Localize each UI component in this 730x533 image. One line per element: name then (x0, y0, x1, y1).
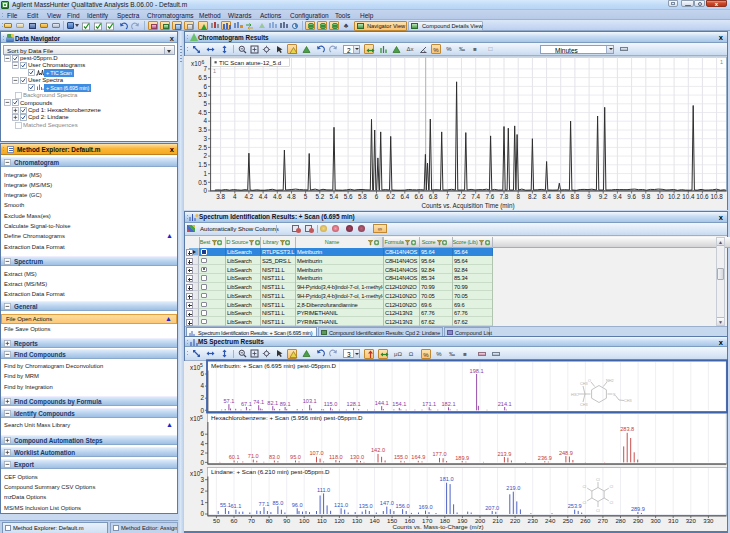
svg-text:71.0: 71.0 (248, 453, 259, 459)
svg-text:144.1: 144.1 (375, 400, 389, 406)
svg-text:310: 310 (668, 517, 679, 524)
svg-text:155.0: 155.0 (394, 454, 408, 460)
svg-text:100: 100 (299, 517, 310, 524)
svg-text:118.0: 118.0 (329, 454, 343, 460)
svg-text:0: 0 (200, 510, 204, 517)
svg-text:80: 80 (266, 517, 273, 524)
svg-text:6: 6 (200, 370, 204, 377)
svg-text:219.0: 219.0 (506, 485, 520, 491)
svg-text:128.1: 128.1 (347, 401, 361, 407)
svg-text:107.0: 107.0 (310, 450, 324, 456)
svg-text:320: 320 (686, 517, 697, 524)
svg-text:Cl: Cl (609, 501, 613, 505)
svg-text:260: 260 (580, 517, 591, 524)
svg-text:4: 4 (200, 440, 204, 447)
svg-text:236.9: 236.9 (538, 455, 552, 461)
svg-text:230: 230 (528, 517, 539, 524)
svg-text:CH3: CH3 (624, 399, 632, 403)
svg-text:0: 0 (200, 459, 204, 466)
svg-text:H3C: H3C (571, 393, 579, 397)
svg-text:103.1: 103.1 (303, 398, 317, 404)
svg-text:135.0: 135.0 (359, 503, 373, 509)
svg-text:147.0: 147.0 (380, 500, 394, 506)
svg-text:110: 110 (317, 517, 327, 524)
svg-text:5: 5 (200, 468, 203, 474)
svg-text:253.9: 253.9 (568, 503, 582, 509)
svg-text:169.0: 169.0 (419, 504, 433, 510)
svg-text:85.0: 85.0 (272, 500, 283, 506)
svg-text:300: 300 (651, 517, 662, 524)
svg-text:270: 270 (598, 517, 609, 524)
svg-text:115.0: 115.0 (324, 401, 338, 407)
svg-text:250: 250 (563, 517, 574, 524)
svg-text:248.9: 248.9 (559, 450, 573, 456)
svg-text:207.0: 207.0 (485, 505, 499, 511)
svg-text:50: 50 (213, 517, 220, 524)
svg-text:55.1: 55.1 (220, 502, 231, 508)
svg-text:2: 2 (200, 487, 204, 494)
svg-text:Cl: Cl (583, 501, 587, 505)
svg-text:130: 130 (352, 517, 363, 524)
svg-text:Counts vs. Mass-to-Charge (m/z: Counts vs. Mass-to-Charge (m/z) (392, 523, 483, 530)
svg-text:74.1: 74.1 (253, 399, 264, 405)
svg-text:CH3: CH3 (580, 403, 588, 407)
svg-text:60: 60 (231, 517, 238, 524)
svg-text:210: 210 (492, 517, 503, 524)
svg-text:O: O (588, 379, 591, 383)
svg-text:171.1: 171.1 (422, 401, 436, 407)
svg-text:111.0: 111.0 (317, 487, 330, 493)
svg-text:89.1: 89.1 (280, 401, 291, 407)
svg-text:0: 0 (200, 407, 204, 414)
svg-text:95.0: 95.0 (290, 454, 301, 460)
svg-text:289.9: 289.9 (631, 506, 645, 512)
svg-text:Cl: Cl (596, 478, 600, 482)
svg-text:57.1: 57.1 (223, 398, 234, 404)
svg-text:213.9: 213.9 (497, 451, 511, 457)
svg-text:60.1: 60.1 (229, 454, 240, 460)
svg-text:214.1: 214.1 (498, 401, 512, 407)
svg-text:154.1: 154.1 (392, 401, 406, 407)
svg-text:181.0: 181.0 (440, 476, 454, 482)
svg-text:Lindane: + Scan (6.210 min) p: Lindane: + Scan (6.210 min) pest-05ppm.D (211, 468, 330, 475)
svg-text:CH3: CH3 (580, 382, 588, 386)
svg-text:198.1: 198.1 (470, 368, 484, 374)
svg-text:67.1: 67.1 (241, 401, 252, 407)
svg-text:280: 280 (615, 517, 626, 524)
svg-text:NH2: NH2 (606, 379, 614, 383)
svg-text:140: 140 (369, 517, 380, 524)
svg-text:90: 90 (283, 517, 290, 524)
svg-text:Cl: Cl (596, 509, 600, 513)
svg-text:Cl: Cl (583, 485, 587, 489)
svg-text:6: 6 (200, 430, 204, 437)
svg-text:330: 330 (703, 517, 714, 524)
svg-text:1: 1 (200, 499, 204, 506)
svg-text:Hexachlorobenzene: + Scan (5.: Hexachlorobenzene: + Scan (5.956 min) pe… (211, 414, 363, 421)
svg-text:189.9: 189.9 (455, 455, 469, 461)
svg-text:77.1: 77.1 (259, 501, 270, 507)
svg-text:220: 220 (510, 517, 521, 524)
svg-text:120: 120 (334, 517, 345, 524)
svg-text:177.0: 177.0 (433, 451, 447, 457)
svg-text:Cl: Cl (609, 485, 613, 489)
svg-text:240: 240 (545, 517, 556, 524)
svg-text:5: 5 (200, 362, 203, 368)
svg-text:182.1: 182.1 (442, 401, 456, 407)
svg-text:82.1: 82.1 (267, 400, 278, 406)
svg-text:4: 4 (200, 382, 204, 389)
svg-text:156.0: 156.0 (396, 503, 410, 509)
svg-text:83.0: 83.0 (269, 454, 280, 460)
svg-text:290: 290 (633, 517, 644, 524)
svg-text:61.1: 61.1 (230, 503, 241, 509)
svg-text:283.8: 283.8 (620, 426, 634, 432)
svg-text:3: 3 (200, 476, 204, 483)
svg-text:121.0: 121.0 (334, 502, 348, 508)
svg-text:130.0: 130.0 (350, 454, 364, 460)
svg-text:70: 70 (248, 517, 255, 524)
svg-text:2: 2 (200, 394, 204, 401)
svg-text:Metribuzin: + Scan (6.695 min: Metribuzin: + Scan (6.695 min) pest-05pp… (211, 362, 337, 369)
svg-text:2: 2 (200, 449, 204, 456)
svg-text:96.0: 96.0 (292, 502, 303, 508)
svg-text:164.9: 164.9 (411, 454, 425, 460)
svg-text:5: 5 (200, 414, 203, 420)
svg-text:142.0: 142.0 (371, 447, 385, 453)
